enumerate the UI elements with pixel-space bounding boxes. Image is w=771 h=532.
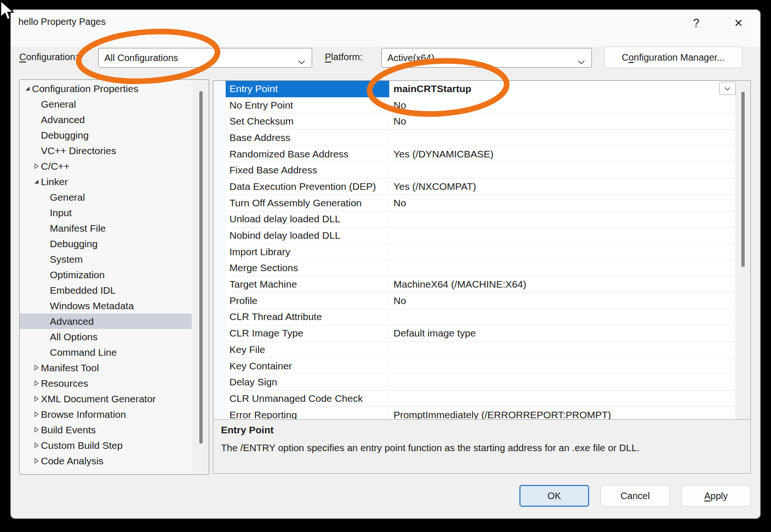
property-name[interactable]: Unload delay loaded DLL <box>226 211 389 227</box>
property-row-target-machine[interactable]: Target MachineMachineX64 (/MACHINE:X64) <box>226 276 735 293</box>
property-name[interactable]: CLR Unmanaged Code Check <box>226 391 389 407</box>
property-row-clr-image-type[interactable]: CLR Image TypeDefault image type <box>226 325 735 342</box>
property-value[interactable]: mainCRTStartup <box>389 81 735 97</box>
tree-item-general[interactable]: General <box>20 189 192 205</box>
help-button[interactable]: ? <box>686 14 707 32</box>
property-value[interactable]: No <box>389 293 735 309</box>
configuration-manager-button[interactable]: Configuration Manager... <box>604 47 742 68</box>
tree-item-linker[interactable]: Linker <box>20 174 192 189</box>
tree-item-c-c[interactable]: C/C++ <box>20 158 192 174</box>
entry-point-dropdown-button[interactable] <box>719 82 736 95</box>
tree-item-debugging[interactable]: Debugging <box>20 127 192 143</box>
ok-button[interactable]: OK <box>519 485 589 507</box>
property-name[interactable]: Import Library <box>226 244 389 260</box>
property-value[interactable]: Yes (/DYNAMICBASE) <box>389 146 735 162</box>
collapsed-icon[interactable] <box>32 458 41 464</box>
tree-item-advanced[interactable]: Advanced <box>20 112 192 127</box>
property-row-randomized-base-address[interactable]: Randomized Base AddressYes (/DYNAMICBASE… <box>226 146 735 163</box>
property-name[interactable]: Base Address <box>226 130 389 146</box>
tree-item-windows-metadata[interactable]: Windows Metadata <box>20 298 192 313</box>
property-row-nobind-delay-loaded-dll[interactable]: Nobind delay loaded DLL <box>226 227 735 244</box>
property-name[interactable]: Delay Sign <box>226 374 389 390</box>
property-row-turn-off-assembly-generation[interactable]: Turn Off Assembly GenerationNo <box>226 195 735 211</box>
tree-item-vc-directories[interactable]: VC++ Directories <box>20 143 192 158</box>
tree-item-command-line[interactable]: Command Line <box>20 344 192 360</box>
tree-item-debugging[interactable]: Debugging <box>20 236 192 251</box>
property-row-unload-delay-loaded-dll[interactable]: Unload delay loaded DLL <box>226 211 735 228</box>
expanded-icon[interactable] <box>32 179 41 185</box>
property-name[interactable]: CLR Thread Attribute <box>226 309 389 325</box>
apply-button[interactable]: Apply <box>681 485 751 507</box>
property-value[interactable] <box>389 342 735 358</box>
tree-item-general[interactable]: General <box>20 96 192 112</box>
property-row-base-address[interactable]: Base Address <box>226 130 735 146</box>
property-value[interactable] <box>389 260 735 276</box>
property-name[interactable]: No Entry Point <box>226 97 389 113</box>
property-name[interactable]: Profile <box>226 293 389 309</box>
platform-select[interactable]: Active(x64) <box>381 48 592 68</box>
property-name[interactable]: Set Checksum <box>226 113 389 129</box>
property-name[interactable]: CLR Image Type <box>226 325 389 341</box>
tree-item-optimization[interactable]: Optimization <box>20 267 192 282</box>
tree-scrollbar-thumb[interactable] <box>199 91 203 444</box>
grid-scrollbar-thumb[interactable] <box>741 92 745 267</box>
property-name[interactable]: Key Container <box>226 358 389 374</box>
property-name[interactable]: Merge Sections <box>226 260 389 276</box>
collapsed-icon[interactable] <box>32 365 41 371</box>
property-value[interactable] <box>389 358 735 374</box>
property-value[interactable] <box>389 244 735 260</box>
tree-item-all-options[interactable]: All Options <box>20 329 192 344</box>
property-row-clr-thread-attribute[interactable]: CLR Thread Attribute <box>226 309 735 326</box>
property-name[interactable]: Turn Off Assembly Generation <box>226 195 389 211</box>
collapsed-icon[interactable] <box>32 396 41 402</box>
property-name[interactable]: Fixed Base Address <box>226 162 389 178</box>
property-value[interactable] <box>389 391 735 407</box>
tree-item-browse-information[interactable]: Browse Information <box>20 407 192 422</box>
tree-item-manifest-tool[interactable]: Manifest Tool <box>20 360 192 376</box>
tree-item-custom-build-step[interactable]: Custom Build Step <box>20 438 192 453</box>
property-value[interactable]: MachineX64 (/MACHINE:X64) <box>389 276 735 292</box>
tree-item-system[interactable]: System <box>20 251 192 267</box>
property-value[interactable] <box>389 227 735 243</box>
property-value[interactable]: Yes (/NXCOMPAT) <box>389 179 735 195</box>
collapsed-icon[interactable] <box>32 380 41 386</box>
property-row-entry-point[interactable]: Entry PointmainCRTStartup <box>226 81 735 97</box>
property-value[interactable] <box>389 162 735 178</box>
property-value[interactable] <box>389 211 735 227</box>
property-row-fixed-base-address[interactable]: Fixed Base Address <box>226 162 735 179</box>
collapsed-icon[interactable] <box>32 163 41 169</box>
configuration-select[interactable]: All Configurations <box>98 48 312 68</box>
property-value[interactable]: Default image type <box>389 325 735 341</box>
property-value[interactable] <box>389 130 735 146</box>
property-row-set-checksum[interactable]: Set ChecksumNo <box>226 113 735 130</box>
property-value[interactable]: No <box>389 113 735 129</box>
tree-item-xml-document-generator[interactable]: XML Document Generator <box>20 391 192 407</box>
tree-item-build-events[interactable]: Build Events <box>20 422 192 438</box>
tree-item-manifest-file[interactable]: Manifest File <box>20 220 192 236</box>
property-name[interactable]: Randomized Base Address <box>226 146 389 162</box>
tree-item-code-analysis[interactable]: Code Analysis <box>20 453 192 469</box>
property-name[interactable]: Data Execution Prevention (DEP) <box>226 179 389 195</box>
property-name[interactable]: Entry Point <box>226 81 389 97</box>
property-name[interactable]: Target Machine <box>226 276 389 292</box>
property-row-delay-sign[interactable]: Delay Sign <box>226 374 735 391</box>
property-value[interactable] <box>389 374 735 390</box>
close-button[interactable]: ✕ <box>728 14 749 32</box>
expanded-icon[interactable] <box>23 86 32 92</box>
collapsed-icon[interactable] <box>32 411 41 417</box>
property-row-no-entry-point[interactable]: No Entry PointNo <box>226 97 735 114</box>
grid-scrollbar[interactable] <box>735 81 750 426</box>
property-row-key-container[interactable]: Key Container <box>226 358 735 375</box>
tree-item-advanced[interactable]: Advanced <box>20 313 192 329</box>
property-row-clr-unmanaged-code-check[interactable]: CLR Unmanaged Code Check <box>226 391 735 407</box>
property-row-import-library[interactable]: Import Library <box>226 244 735 260</box>
property-row-merge-sections[interactable]: Merge Sections <box>226 260 735 277</box>
property-value[interactable] <box>389 309 735 325</box>
property-value[interactable]: No <box>389 195 735 211</box>
tree-item-configuration-properties[interactable]: Configuration Properties <box>20 81 192 96</box>
tree-item-embedded-idl[interactable]: Embedded IDL <box>20 282 192 298</box>
collapsed-icon[interactable] <box>32 442 41 448</box>
tree-item-resources[interactable]: Resources <box>20 376 192 391</box>
tree-item-input[interactable]: Input <box>20 205 192 220</box>
property-name[interactable]: Nobind delay loaded DLL <box>226 227 389 243</box>
